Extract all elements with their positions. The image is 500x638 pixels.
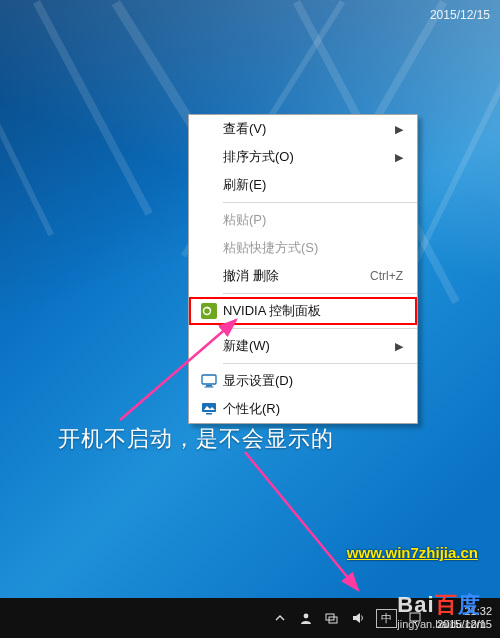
shortcut-label: Ctrl+Z <box>370 269 403 283</box>
baidu-logo-text: Bai百度 <box>397 590 486 620</box>
menu-label: 个性化(R) <box>221 400 403 418</box>
menu-nvidia-control-panel[interactable]: NVIDIA 控制面板 <box>189 297 417 325</box>
menu-label: 撤消 删除 <box>221 267 370 285</box>
menu-label: 显示设置(D) <box>221 372 403 390</box>
people-icon[interactable] <box>298 610 314 626</box>
monitor-icon <box>197 373 221 389</box>
menu-separator <box>223 363 417 364</box>
menu-separator <box>223 328 417 329</box>
desktop-context-menu: 查看(V) ▶ 排序方式(O) ▶ 刷新(E) 粘贴(P) 粘贴快捷方式(S) … <box>188 114 418 424</box>
menu-label: 查看(V) <box>221 120 395 138</box>
menu-display-settings[interactable]: 显示设置(D) <box>189 367 417 395</box>
svg-point-9 <box>304 614 309 619</box>
submenu-arrow-icon: ▶ <box>395 151 403 164</box>
menu-paste: 粘贴(P) <box>189 206 417 234</box>
menu-view[interactable]: 查看(V) ▶ <box>189 115 417 143</box>
svg-rect-5 <box>202 403 216 412</box>
menu-label: 新建(W) <box>221 337 395 355</box>
svg-rect-2 <box>202 375 216 384</box>
light-beam <box>0 0 54 236</box>
tray-up-icon[interactable] <box>272 610 288 626</box>
nvidia-icon <box>197 303 221 319</box>
submenu-arrow-icon: ▶ <box>395 123 403 136</box>
menu-paste-shortcut: 粘贴快捷方式(S) <box>189 234 417 262</box>
menu-undo[interactable]: 撤消 删除 Ctrl+Z <box>189 262 417 290</box>
corner-date: 2015/12/15 <box>430 8 490 22</box>
menu-label: 粘贴快捷方式(S) <box>221 239 403 257</box>
network-icon[interactable] <box>324 610 340 626</box>
personalize-icon <box>197 401 221 417</box>
menu-label: 排序方式(O) <box>221 148 395 166</box>
baidu-sub: jingyan.baidu.com <box>397 618 486 630</box>
menu-label: 刷新(E) <box>221 176 403 194</box>
svg-rect-3 <box>206 385 212 387</box>
baidu-watermark: Bai百度 jingyan.baidu.com <box>397 590 486 630</box>
volume-icon[interactable] <box>350 610 366 626</box>
svg-rect-4 <box>205 387 214 388</box>
menu-separator <box>223 202 417 203</box>
menu-new[interactable]: 新建(W) ▶ <box>189 332 417 360</box>
annotation-text: 开机不启动，是不会显示的 <box>58 424 334 454</box>
svg-rect-6 <box>206 413 212 415</box>
menu-sort[interactable]: 排序方式(O) ▶ <box>189 143 417 171</box>
menu-label: NVIDIA 控制面板 <box>221 302 403 320</box>
menu-personalize[interactable]: 个性化(R) <box>189 395 417 423</box>
menu-separator <box>223 293 417 294</box>
ime-indicator[interactable]: 中 <box>376 609 397 628</box>
menu-label: 粘贴(P) <box>221 211 403 229</box>
menu-refresh[interactable]: 刷新(E) <box>189 171 417 199</box>
submenu-arrow-icon: ▶ <box>395 340 403 353</box>
watermark-link[interactable]: www.win7zhijia.cn <box>347 544 478 561</box>
